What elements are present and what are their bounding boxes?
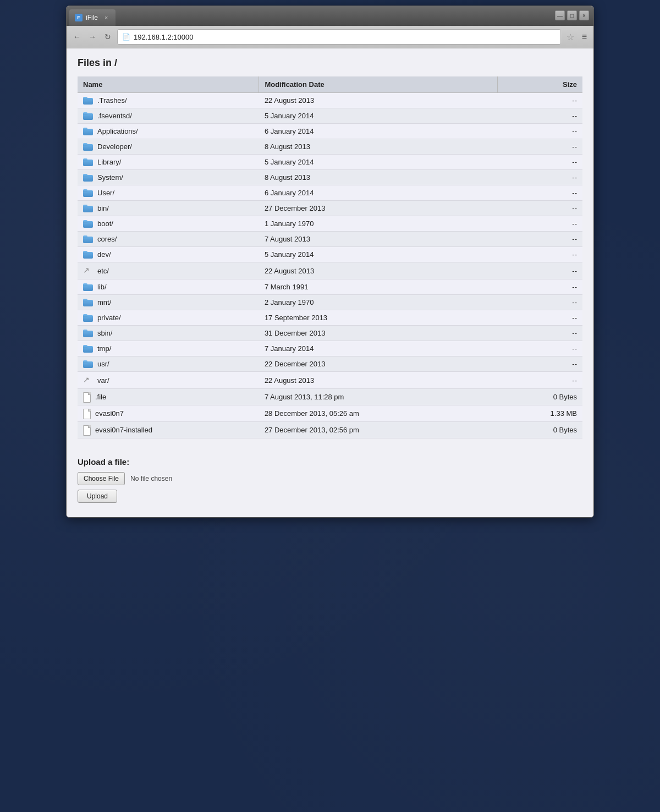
file-date: 22 December 2013: [259, 356, 498, 372]
forward-button[interactable]: →: [86, 31, 98, 43]
browser-tab[interactable]: F iFile ×: [69, 9, 116, 26]
table-header-row: Name Modification Date Size: [78, 76, 582, 93]
file-name: usr/: [97, 360, 109, 368]
table-row[interactable]: .fseventsd/5 January 2014--: [78, 108, 582, 124]
file-date: 6 January 2014: [259, 124, 498, 139]
tab-favicon: F: [75, 14, 82, 21]
table-row[interactable]: bin/27 December 2013--: [78, 201, 582, 216]
file-date: 5 January 2014: [259, 155, 498, 170]
file-name-cell: Library/: [78, 155, 259, 170]
file-size: --: [497, 326, 582, 341]
window-controls: — □ ×: [555, 10, 589, 20]
table-row[interactable]: var/22 August 2013--: [78, 372, 582, 389]
file-name: bin/: [97, 204, 109, 212]
file-name: var/: [97, 376, 109, 385]
file-size: --: [497, 262, 582, 279]
table-row[interactable]: etc/22 August 2013--: [78, 262, 582, 279]
table-row[interactable]: usr/22 December 2013--: [78, 356, 582, 372]
file-date: 1 January 1970: [259, 216, 498, 232]
file-date: 28 December 2013, 05:26 am: [259, 405, 498, 422]
file-name: dev/: [97, 250, 111, 259]
table-row[interactable]: .Trashes/22 August 2013--: [78, 93, 582, 108]
table-row[interactable]: private/17 September 2013--: [78, 310, 582, 326]
file-name-cell: etc/: [78, 262, 259, 279]
refresh-button[interactable]: ↻: [102, 31, 114, 43]
file-name-cell: sbin/: [78, 326, 259, 341]
file-name-cell: .Trashes/: [78, 93, 259, 108]
url-text: 192.168.1.2:10000: [134, 33, 193, 41]
no-file-label: No file chosen: [130, 475, 172, 482]
file-icon: [83, 392, 91, 402]
file-date: 2 January 1970: [259, 295, 498, 310]
col-date: Modification Date: [259, 76, 498, 93]
upload-button[interactable]: Upload: [78, 490, 117, 503]
file-name: System/: [97, 173, 123, 182]
folder-icon: [83, 97, 93, 105]
table-row[interactable]: Library/5 January 2014--: [78, 155, 582, 170]
table-row[interactable]: boot/1 January 1970--: [78, 216, 582, 232]
back-button[interactable]: ←: [71, 31, 83, 43]
folder-icon: [83, 314, 93, 322]
maximize-button[interactable]: □: [567, 10, 577, 20]
table-row[interactable]: Applications/6 January 2014--: [78, 124, 582, 139]
file-name: tmp/: [97, 344, 111, 353]
choose-file-button[interactable]: Choose File: [78, 472, 125, 485]
file-name-cell: dev/: [78, 247, 259, 262]
file-icon: [83, 425, 91, 435]
table-row[interactable]: .file7 August 2013, 11:28 pm0 Bytes: [78, 389, 582, 405]
file-size: --: [497, 295, 582, 310]
minimize-button[interactable]: —: [555, 10, 565, 20]
col-name: Name: [78, 76, 259, 93]
folder-icon: [83, 174, 93, 182]
table-row[interactable]: User/6 January 2014--: [78, 185, 582, 201]
browser-window: F iFile × — □ × ← → ↻ 📄 192.168.1.2:1000…: [66, 6, 594, 518]
table-row[interactable]: System/8 August 2013--: [78, 170, 582, 185]
file-name-cell: .fseventsd/: [78, 108, 259, 124]
file-date: 8 August 2013: [259, 139, 498, 155]
file-name-cell: Applications/: [78, 124, 259, 139]
table-row[interactable]: tmp/7 January 2014--: [78, 341, 582, 356]
table-row[interactable]: evasi0n728 December 2013, 05:26 am1.33 M…: [78, 405, 582, 422]
table-row[interactable]: Developer/8 August 2013--: [78, 139, 582, 155]
close-button[interactable]: ×: [579, 10, 589, 20]
file-size: --: [497, 310, 582, 326]
file-name-cell: tmp/: [78, 341, 259, 356]
file-name-cell: Developer/: [78, 139, 259, 155]
file-date: 5 January 2014: [259, 108, 498, 124]
file-size: --: [497, 372, 582, 389]
file-size: --: [497, 185, 582, 201]
bookmark-button[interactable]: ☆: [564, 31, 576, 43]
file-name-cell: lib/: [78, 279, 259, 295]
file-date: 27 December 2013, 02:56 pm: [259, 422, 498, 438]
file-size: --: [497, 139, 582, 155]
table-row[interactable]: dev/5 January 2014--: [78, 247, 582, 262]
menu-button[interactable]: ≡: [580, 31, 589, 43]
file-name-cell: System/: [78, 170, 259, 185]
file-date: 5 January 2014: [259, 247, 498, 262]
tab-title: iFile: [86, 14, 98, 21]
folder-icon: [83, 128, 93, 135]
table-row[interactable]: cores/7 August 2013--: [78, 232, 582, 247]
folder-icon: [83, 220, 93, 228]
file-date: 31 December 2013: [259, 326, 498, 341]
folder-icon: [83, 143, 93, 151]
file-date: 8 August 2013: [259, 170, 498, 185]
table-row[interactable]: lib/7 March 1991--: [78, 279, 582, 295]
file-name: Library/: [97, 158, 121, 166]
file-name: lib/: [97, 283, 107, 291]
content-area: Files in / Name Modification Date Size .…: [67, 48, 593, 517]
file-size: --: [497, 341, 582, 356]
file-size: 1.33 MB: [497, 405, 582, 422]
file-size: --: [497, 170, 582, 185]
table-row[interactable]: mnt/2 January 1970--: [78, 295, 582, 310]
file-name: .fseventsd/: [97, 112, 132, 120]
folder-icon: [83, 251, 93, 259]
file-date: 17 September 2013: [259, 310, 498, 326]
address-input[interactable]: 📄 192.168.1.2:10000: [117, 29, 561, 45]
table-row[interactable]: sbin/31 December 2013--: [78, 326, 582, 341]
file-size: --: [497, 279, 582, 295]
tab-close-button[interactable]: ×: [105, 14, 108, 21]
file-name-cell: usr/: [78, 356, 259, 372]
symlink-icon: [83, 266, 93, 276]
table-row[interactable]: evasi0n7-installed27 December 2013, 02:5…: [78, 422, 582, 438]
